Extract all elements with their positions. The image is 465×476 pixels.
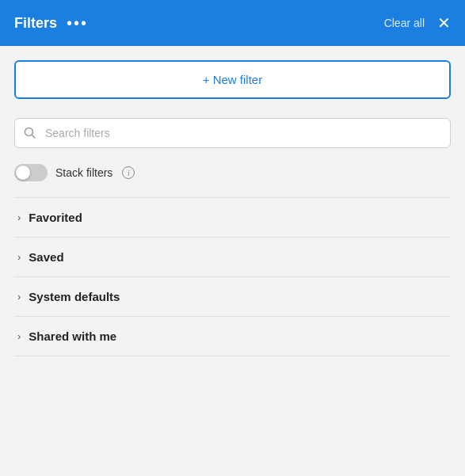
header: Filters ••• Clear all ✕ [0, 0, 465, 46]
search-icon [24, 127, 36, 139]
info-icon[interactable]: i [122, 166, 135, 179]
chevron-right-icon: › [17, 331, 21, 341]
category-item[interactable]: ›Favorited [14, 197, 451, 238]
chevron-right-icon: › [17, 212, 21, 223]
body: + New filter Stack filters i ›Favorited›… [0, 46, 465, 476]
header-left: Filters ••• [14, 14, 88, 32]
search-container [14, 118, 451, 148]
category-item[interactable]: ›System defaults [14, 277, 451, 317]
search-input[interactable] [14, 118, 451, 148]
filters-panel: Filters ••• Clear all ✕ + New filter [0, 0, 465, 476]
panel-title: Filters [14, 15, 57, 32]
chevron-right-icon: › [17, 291, 21, 302]
category-label: Shared with me [29, 329, 116, 343]
category-item[interactable]: ›Saved [14, 238, 451, 277]
category-label: Favorited [29, 211, 82, 224]
stack-filters-row: Stack filters i [14, 164, 451, 181]
category-label: System defaults [29, 290, 120, 303]
clear-all-button[interactable]: Clear all [384, 17, 425, 29]
chevron-right-icon: › [17, 252, 21, 262]
header-right: Clear all ✕ [384, 15, 451, 31]
stack-filters-toggle[interactable] [14, 164, 48, 181]
filter-categories: ›Favorited›Saved›System defaults›Shared … [14, 197, 451, 356]
more-options-icon[interactable]: ••• [67, 14, 88, 32]
category-item[interactable]: ›Shared with me [14, 317, 451, 356]
category-label: Saved [29, 250, 63, 264]
close-button[interactable]: ✕ [437, 15, 451, 31]
stack-filters-label: Stack filters [55, 166, 112, 179]
svg-line-1 [32, 135, 36, 139]
new-filter-button[interactable]: + New filter [14, 60, 451, 99]
toggle-knob [16, 166, 30, 180]
